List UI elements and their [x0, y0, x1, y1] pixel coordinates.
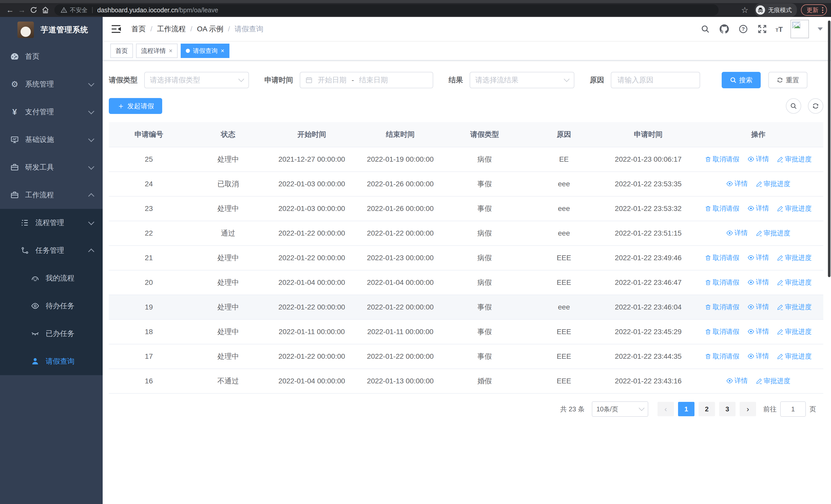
- search-icon[interactable]: [699, 23, 711, 35]
- user-icon: [31, 357, 39, 366]
- approval-progress-link[interactable]: 审批进度: [777, 327, 811, 336]
- chevron-down-icon: [88, 219, 94, 225]
- sidebar-item-workflow[interactable]: 工作流程: [0, 181, 103, 209]
- avatar[interactable]: [791, 20, 809, 38]
- scrollbar-thumb[interactable]: [828, 21, 830, 277]
- browser-update-button[interactable]: 更新: [801, 4, 827, 16]
- tab-process-detail[interactable]: 流程详情 ×: [136, 43, 178, 58]
- browser-menu-icon[interactable]: [822, 7, 823, 13]
- approval-progress-link[interactable]: 审批进度: [777, 204, 811, 213]
- chevron-down-icon: [238, 76, 244, 82]
- help-icon[interactable]: ?: [738, 23, 749, 35]
- page-size-select[interactable]: 10条/页: [592, 402, 648, 417]
- reason-input[interactable]: [617, 76, 694, 85]
- cancel-leave-link[interactable]: 取消请假: [705, 278, 739, 287]
- forward-icon[interactable]: →: [16, 4, 28, 16]
- sidebar-item-leave-query[interactable]: 请假查询: [0, 348, 103, 375]
- search-button[interactable]: 搜索: [722, 72, 761, 88]
- cancel-leave-link[interactable]: 取消请假: [705, 302, 739, 312]
- next-page-button[interactable]: ›: [740, 402, 756, 416]
- refresh-table-button[interactable]: [808, 98, 823, 114]
- bookmark-star-icon[interactable]: ☆: [739, 4, 751, 16]
- sidebar-item-infrastructure[interactable]: 基础设施: [0, 126, 103, 153]
- breadcrumb-oa-example[interactable]: OA 示例: [197, 24, 224, 34]
- breadcrumb-home[interactable]: 首页: [132, 24, 146, 34]
- sidebar-item-system-mgmt[interactable]: ⚙ 系统管理: [0, 70, 103, 98]
- detail-link[interactable]: 详情: [748, 204, 769, 213]
- pen-icon: [756, 230, 762, 236]
- reset-button[interactable]: 重置: [768, 72, 807, 88]
- detail-link[interactable]: 详情: [748, 154, 769, 164]
- gear-icon: ⚙: [10, 80, 19, 89]
- create-leave-button[interactable]: ＋ 发起请假: [109, 98, 162, 114]
- goto-page-input[interactable]: [780, 402, 806, 417]
- sidebar-item-process-mgmt[interactable]: 流程管理: [0, 209, 103, 237]
- approval-progress-link[interactable]: 审批进度: [777, 253, 811, 262]
- prev-page-button[interactable]: ‹: [658, 402, 674, 416]
- table-row: 21 处理中 2022-01-22 00:00:00 2022-01-23 00…: [109, 245, 823, 270]
- tab-leave-query[interactable]: 请假查询 ×: [181, 43, 229, 58]
- page-button-3[interactable]: 3: [719, 402, 736, 416]
- font-size-icon[interactable]: TT: [776, 24, 783, 34]
- table-body: 25 处理中 2021-12-27 00:00:00 2022-01-19 00…: [109, 147, 823, 393]
- table-toolbar: ＋ 发起请假: [109, 98, 823, 114]
- show-search-toggle-button[interactable]: [786, 98, 801, 114]
- status-text: 处理中: [189, 147, 267, 172]
- breadcrumb-workflow[interactable]: 工作流程: [157, 24, 186, 34]
- search-icon: [790, 102, 797, 110]
- back-icon[interactable]: ←: [4, 4, 16, 16]
- detail-link[interactable]: 详情: [726, 179, 748, 188]
- approval-progress-link[interactable]: 审批进度: [756, 229, 791, 238]
- sidebar-item-task-mgmt[interactable]: 任务管理: [0, 237, 103, 264]
- sidebar-item-home[interactable]: 首页: [0, 42, 103, 70]
- cancel-leave-link[interactable]: 取消请假: [705, 327, 739, 336]
- page-button-2[interactable]: 2: [698, 402, 715, 416]
- cancel-leave-link[interactable]: 取消请假: [705, 204, 739, 213]
- detail-link[interactable]: 详情: [748, 278, 769, 287]
- trash-icon: [705, 156, 711, 162]
- github-icon[interactable]: [719, 23, 730, 35]
- approval-progress-link[interactable]: 审批进度: [777, 155, 811, 164]
- detail-link[interactable]: 详情: [726, 376, 748, 385]
- detail-link[interactable]: 详情: [726, 228, 748, 237]
- detail-link[interactable]: 详情: [748, 352, 769, 360]
- detail-link[interactable]: 详情: [748, 253, 769, 262]
- divider: [92, 7, 93, 13]
- page-button-1[interactable]: 1: [678, 402, 694, 416]
- approval-progress-link[interactable]: 审批进度: [777, 278, 811, 287]
- approval-progress-link[interactable]: 审批进度: [777, 302, 811, 312]
- result-select[interactable]: 请选择流结果: [470, 72, 574, 88]
- home-icon[interactable]: [39, 4, 51, 16]
- detail-link[interactable]: 详情: [748, 302, 769, 311]
- approval-progress-link[interactable]: 审批进度: [756, 179, 791, 188]
- app-logo-row[interactable]: 芋道管理系统: [0, 17, 103, 42]
- sidebar-collapse-icon[interactable]: [111, 23, 122, 35]
- sidebar-item-my-processes[interactable]: 我的流程: [0, 264, 103, 292]
- close-icon[interactable]: ×: [221, 48, 224, 54]
- avatar-menu-caret-icon[interactable]: [818, 27, 823, 31]
- sidebar-item-todo-tasks[interactable]: 待办任务: [0, 292, 103, 320]
- browser-toolbar: ← → 不安全 dashboard.yudao.iocoder.cn/bpm/o…: [0, 3, 831, 17]
- sidebar-item-done-tasks[interactable]: 已办任务: [0, 320, 103, 348]
- reload-icon[interactable]: [28, 4, 39, 16]
- leave-type-select[interactable]: 请选择请假类型: [144, 72, 249, 88]
- detail-link[interactable]: 详情: [748, 327, 769, 336]
- security-warning[interactable]: 不安全: [61, 6, 87, 14]
- approval-progress-link[interactable]: 审批进度: [777, 352, 811, 361]
- address-bar[interactable]: 不安全 dashboard.yudao.iocoder.cn/bpm/oa/le…: [54, 4, 719, 16]
- tab-home[interactable]: 首页: [110, 43, 133, 58]
- screen: ← → 不安全 dashboard.yudao.iocoder.cn/bpm/o…: [0, 0, 831, 504]
- sidebar-item-dev-tools[interactable]: 研发工具: [0, 153, 103, 181]
- robot-face-icon: [31, 274, 39, 283]
- approval-progress-link[interactable]: 审批进度: [756, 377, 791, 385]
- eye-icon: [726, 180, 733, 187]
- date-range-picker[interactable]: 开始日期 - 结束日期: [300, 72, 433, 88]
- fullscreen-icon[interactable]: [756, 23, 768, 35]
- cancel-leave-link[interactable]: 取消请假: [705, 253, 739, 262]
- result-label: 结果: [449, 75, 463, 85]
- cancel-leave-link[interactable]: 取消请假: [705, 352, 739, 361]
- sidebar-item-payment-mgmt[interactable]: ¥ 支付管理: [0, 98, 103, 126]
- close-icon[interactable]: ×: [169, 48, 172, 54]
- cancel-leave-link[interactable]: 取消请假: [705, 155, 739, 164]
- logo-avatar: [18, 22, 34, 38]
